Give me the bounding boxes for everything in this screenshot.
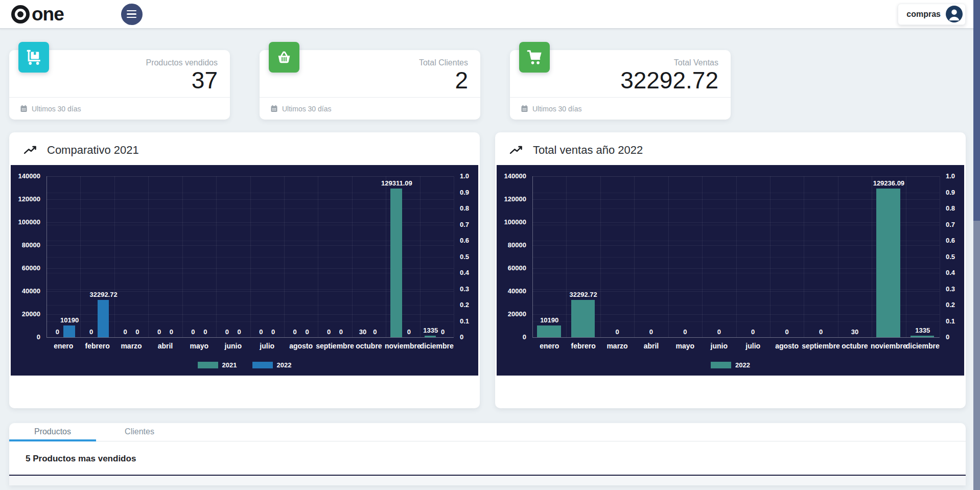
gridline-v [566, 176, 567, 337]
x-axis-label: agosto [289, 342, 313, 350]
x-axis-label: marzo [606, 342, 627, 350]
x-axis-label: abril [158, 342, 173, 350]
bar[interactable] [911, 336, 934, 337]
x-axis-label: diciembre [420, 342, 454, 350]
bar-chart-canvas-2021: 1400001200001000008000060000400002000001… [11, 165, 478, 376]
stat-footer: Ultimos 30 días [9, 97, 230, 120]
bar-value-label: 0 [683, 328, 687, 336]
x-axis-label: mayo [676, 342, 695, 350]
gridline-v [838, 176, 838, 337]
x-axis-label: enero [54, 342, 73, 350]
charts-row: Comparativo 2021 14000012000010000080000… [9, 132, 966, 408]
chart-legend: 2022 [497, 361, 964, 369]
y-axis-tick: 100000 [497, 218, 526, 226]
y-axis-tick: 60000 [11, 264, 40, 272]
user-menu-button[interactable]: compras [898, 4, 966, 25]
bar-value-label: 0 [717, 328, 721, 336]
page-scrollbar-track[interactable] [973, 0, 980, 490]
legend-item[interactable]: 2022 [711, 361, 750, 369]
bar-value-label: 0 [259, 328, 263, 336]
bar[interactable] [571, 300, 595, 337]
gridline-v [804, 176, 804, 337]
y-axis-tick: 80000 [497, 241, 526, 249]
y2-axis-tick: 1.0 [946, 172, 955, 180]
top-navbar: one compras [0, 0, 980, 29]
legend-item[interactable]: 2021 [198, 361, 237, 369]
y-axis-tick: 80000 [11, 241, 40, 249]
y-axis-tick: 40000 [497, 287, 526, 295]
chart-card-total-ventas-2022: Total ventas año 2022 140000120000100000… [495, 132, 966, 408]
bar[interactable] [876, 189, 900, 337]
y2-axis-tick: 0.1 [460, 317, 469, 325]
gridline-v [148, 176, 149, 337]
trend-up-icon [24, 144, 38, 156]
bar-value-label: 10190 [60, 316, 79, 324]
legend-swatch [252, 362, 273, 368]
y2-axis-tick: 0 [460, 333, 463, 341]
page-scrollbar-thumb[interactable] [973, 0, 980, 221]
bar[interactable] [425, 336, 436, 337]
x-axis-line [532, 337, 940, 338]
y-axis-tick: 40000 [11, 287, 40, 295]
x-axis-label: noviembre [871, 342, 907, 350]
bar-value-label: 129311.09 [381, 179, 412, 187]
dashboard-main: Productos vendidos 37 Ultimos 30 días [9, 50, 966, 485]
gridline-v [420, 176, 421, 337]
bar-value-label: 0 [305, 328, 309, 336]
y-axis-tick: 120000 [497, 195, 526, 203]
gridline-v [386, 176, 386, 337]
calendar-icon [270, 104, 278, 113]
chart-header: Comparativo 2021 [9, 132, 480, 165]
y-axis-tick: 20000 [497, 310, 526, 318]
bar-value-label: 0 [203, 328, 207, 336]
bar-value-label: 0 [649, 328, 653, 336]
logo-at-icon [11, 5, 30, 24]
bar-value-label: 0 [135, 328, 139, 336]
gridline-v [940, 176, 940, 337]
stat-footer-label: Ultimos 30 días [282, 105, 331, 113]
bar[interactable] [98, 300, 109, 337]
x-axis-label: febrero [571, 342, 596, 350]
x-axis-label: marzo [121, 342, 142, 350]
bar-value-label: 129236.09 [873, 179, 904, 187]
bar-value-label: 1335 [915, 326, 930, 334]
menu-toggle-button[interactable] [121, 4, 143, 25]
y2-axis-tick: 1.0 [460, 172, 469, 180]
y-axis-tick: 140000 [11, 172, 40, 180]
gridline-v [182, 176, 183, 337]
y2-axis-tick: 0.7 [946, 221, 955, 229]
bar-value-label: 0 [819, 328, 823, 336]
bar[interactable] [390, 189, 402, 337]
chart-title: Total ventas año 2022 [533, 144, 643, 157]
x-axis-label: julio [745, 342, 760, 350]
tab-clientes[interactable]: Clientes [96, 423, 183, 441]
bar[interactable] [537, 325, 561, 337]
tab-productos[interactable]: Productos [9, 423, 96, 441]
bar[interactable] [63, 325, 75, 337]
gridline-v [668, 176, 669, 337]
legend-item[interactable]: 2022 [252, 361, 292, 369]
bar-value-label: 0 [56, 328, 59, 336]
bar-value-label: 0 [123, 328, 127, 336]
gridline-v [352, 176, 353, 337]
legend-swatch [711, 362, 731, 368]
table-header-band [9, 476, 966, 485]
x-axis-label: mayo [190, 342, 209, 350]
chart-header: Total ventas año 2022 [495, 132, 966, 165]
bar-value-label: 0 [89, 328, 93, 336]
bar-value-label: 30 [359, 328, 366, 336]
bar-value-label: 0 [191, 328, 195, 336]
gridline-v [634, 176, 635, 337]
gridline-v [454, 176, 454, 337]
y2-axis-tick: 0.4 [460, 269, 469, 277]
tab-bar: Productos Clientes [9, 423, 966, 441]
x-axis-label: diciembre [906, 342, 940, 350]
y2-axis-tick: 0.5 [946, 253, 955, 261]
x-axis-label: enero [540, 342, 559, 350]
y-axis-tick: 0 [11, 333, 40, 341]
calendar-icon [520, 104, 529, 113]
y2-axis-tick: 0.3 [946, 285, 955, 293]
x-axis-label: agosto [775, 342, 799, 350]
bar-value-label: 0 [293, 328, 297, 336]
app-logo[interactable]: one [11, 5, 64, 24]
